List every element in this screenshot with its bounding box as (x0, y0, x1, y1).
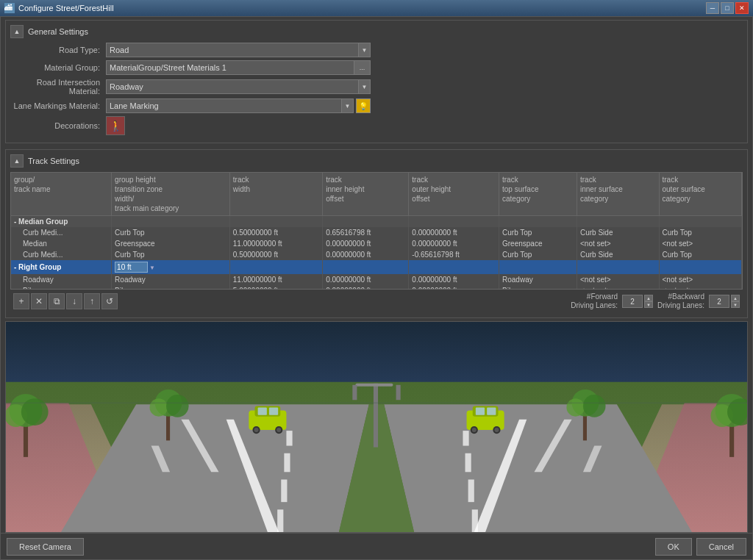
decoration-button[interactable]: 🚶 (106, 116, 125, 135)
cell-6-2: 5.00000000 ft (229, 285, 322, 290)
table-row[interactable]: - Right Group▼ (11, 260, 742, 274)
col-outer-surface: trackouter surfacecategory (659, 173, 742, 216)
cell-2-4: 0.00000000 ft (409, 238, 499, 249)
col-inner-surface: trackinner surfacecategory (577, 173, 659, 216)
cell-6-3: 0.00000000 ft (323, 285, 409, 290)
svg-rect-17 (281, 480, 287, 503)
col-name: group/track name (11, 173, 112, 216)
cell-6-6: <not set> (577, 285, 659, 290)
3d-viewport[interactable] (5, 321, 748, 533)
cancel-button[interactable]: Cancel (696, 538, 746, 556)
cell-0-2 (229, 216, 322, 228)
general-settings-title: General Settings (28, 27, 88, 36)
move-down-button[interactable]: ↓ (66, 293, 82, 309)
forward-lanes-up-arrow[interactable]: ▲ (644, 295, 653, 301)
add-track-button[interactable]: + (13, 293, 29, 309)
move-up-button[interactable]: ↑ (84, 293, 100, 309)
svg-point-42 (583, 395, 606, 417)
cell-5-7: <not set> (659, 274, 742, 285)
col-category: group heighttransition zonewidth/track m… (112, 173, 230, 216)
lane-markings-label: Lane Markings Material: (10, 101, 106, 110)
cell-0-4 (409, 216, 499, 228)
track-table-container[interactable]: group/track name group heighttransition … (10, 172, 743, 290)
road-scene-svg (6, 322, 747, 532)
road-type-label: Road Type: (10, 46, 106, 54)
table-row[interactable]: MedianGreenspace11.00000000 ft0.00000000… (11, 238, 742, 249)
app-icon: 🏙 (4, 3, 15, 13)
cell-1-7: Curb Top (659, 227, 742, 238)
cell-3-0: Curb Medi... (11, 249, 112, 260)
cell-0-6 (577, 216, 659, 228)
cell-4-4 (409, 260, 499, 274)
decorations-row: Decorations: 🚶 (10, 116, 743, 135)
backward-lanes-arrows: ▲ ▼ (731, 295, 740, 308)
cell-0-7 (659, 216, 742, 228)
title-bar: 🏙 Configure Street/ForestHill ─ □ ✕ (0, 0, 753, 16)
ok-button[interactable]: OK (655, 538, 692, 556)
cell-0-0: - Median Group (11, 216, 112, 228)
col-top-surface: tracktop surfacecategory (499, 173, 577, 216)
table-row[interactable]: - Median Group (11, 216, 742, 228)
copy-track-button[interactable]: ⧉ (49, 293, 65, 309)
road-intersection-arrow-icon: ▼ (359, 79, 371, 94)
cell-1-6: Curb Side (577, 227, 659, 238)
material-group-browse-button[interactable]: ... (354, 60, 371, 75)
track-settings-title: Track Settings (28, 157, 79, 165)
svg-point-30 (21, 398, 49, 426)
cell-4-1: ▼ (112, 260, 230, 274)
svg-rect-25 (352, 385, 357, 400)
svg-point-33 (150, 398, 168, 417)
backward-lanes-label: #BackwardDriving Lanes: (657, 292, 704, 310)
forward-lanes-down-arrow[interactable]: ▼ (644, 301, 653, 308)
minimize-button[interactable]: ─ (706, 2, 719, 14)
cell-4-5 (499, 260, 577, 274)
forward-lanes-input[interactable] (622, 295, 643, 308)
main-container: ▲ General Settings Road Type: Road ▼ Mat… (0, 16, 753, 560)
svg-rect-23 (374, 384, 378, 448)
forward-lanes-arrows: ▲ ▼ (644, 295, 653, 308)
lane-markings-light-button[interactable]: 💡 (356, 98, 371, 113)
cell-2-5: Greenspace (499, 238, 577, 249)
table-row[interactable]: RoadwayRoadway11.00000000 ft0.00000000 f… (11, 274, 742, 285)
cell-5-6: <not set> (577, 274, 659, 285)
lane-markings-row: Lane Markings Material: Lane Marking ▼ 💡 (10, 98, 743, 113)
backward-lanes-input[interactable] (709, 295, 729, 308)
svg-rect-19 (463, 431, 468, 445)
track-settings-header: ▲ Track Settings (10, 154, 743, 168)
road-type-dropdown[interactable]: Road (106, 43, 359, 57)
refresh-button[interactable]: ↺ (101, 293, 118, 309)
backward-lanes-up-arrow[interactable]: ▲ (731, 295, 740, 301)
cell-3-4: -0.65616798 ft (409, 249, 499, 260)
remove-track-button[interactable]: ✕ (31, 293, 47, 309)
track-collapse-button[interactable]: ▲ (10, 154, 24, 168)
table-row[interactable]: Curb Medi...Curb Top0.50000000 ft0.00000… (11, 249, 742, 260)
lane-markings-dropdown[interactable]: Lane Marking (106, 98, 342, 113)
cell-6-1: Bikeway (112, 285, 230, 290)
road-intersection-dropdown[interactable]: Roadway (106, 79, 359, 94)
svg-rect-15 (286, 431, 292, 445)
group-width-input[interactable] (115, 262, 148, 273)
general-collapse-button[interactable]: ▲ (10, 25, 24, 38)
close-button[interactable]: ✕ (735, 2, 749, 14)
material-group-input[interactable] (106, 60, 354, 75)
footer-right-buttons: OK Cancel (655, 538, 746, 556)
svg-rect-18 (277, 509, 283, 532)
cell-3-3: 0.00000000 ft (323, 249, 409, 260)
col-width: trackwidth (229, 173, 322, 216)
cell-3-2: 0.50000000 ft (229, 249, 322, 260)
col-inner-height: trackinner heightoffset (323, 173, 409, 216)
cell-2-3: 0.00000000 ft (323, 238, 409, 249)
backward-lanes-spinner: ▲ ▼ (709, 295, 740, 308)
maximize-button[interactable]: □ (721, 2, 734, 14)
reset-camera-button[interactable]: Reset Camera (7, 538, 84, 556)
cell-2-2: 11.00000000 ft (229, 238, 322, 249)
window-title: Configure Street/ForestHill (18, 4, 114, 12)
cell-4-2 (229, 260, 322, 274)
cell-2-0: Median (11, 238, 112, 249)
backward-lanes-down-arrow[interactable]: ▼ (731, 301, 740, 308)
road-intersection-row: Road Intersection Material: Roadway ▼ (10, 78, 743, 96)
table-row[interactable]: BikewayBikeway5.00000000 ft0.00000000 ft… (11, 285, 742, 290)
cell-5-5: Roadway (499, 274, 577, 285)
table-row[interactable]: Curb Medi...Curb Top0.50000000 ft0.65616… (11, 227, 742, 238)
svg-point-56 (472, 428, 477, 432)
